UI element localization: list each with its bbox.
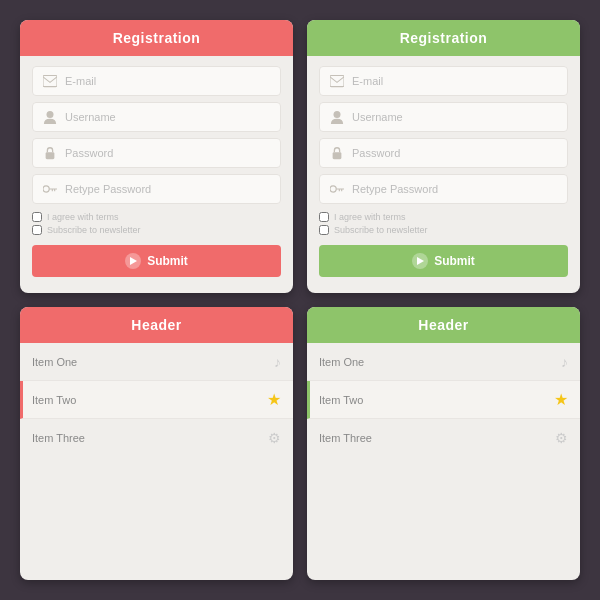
submit-button-green[interactable]: Submit (319, 245, 568, 277)
retype-password-field-green[interactable] (319, 174, 568, 204)
subscribe-checkbox-red[interactable] (32, 225, 42, 235)
submit-label-green: Submit (434, 254, 475, 268)
username-field-red[interactable] (32, 102, 281, 132)
password-field-red[interactable] (32, 138, 281, 168)
list-card-green: Header Item One ♪ Item Two ★ Item Three … (307, 307, 580, 580)
username-input-red[interactable] (65, 111, 272, 123)
svg-rect-7 (330, 75, 344, 86)
retype-input-green[interactable] (352, 183, 559, 195)
form-body-green: I agree with terms Subscribe to newslett… (307, 56, 580, 293)
submit-button-red[interactable]: Submit (32, 245, 281, 277)
main-grid: Registration (0, 0, 600, 600)
registration-card-red: Registration (20, 20, 293, 293)
music-icon-red: ♪ (274, 354, 281, 370)
play-icon-red (125, 253, 141, 269)
agree-checkbox-green[interactable] (319, 212, 329, 222)
registration-card-green: Registration (307, 20, 580, 293)
play-icon-green (412, 253, 428, 269)
email-icon (41, 72, 59, 90)
username-field-green[interactable] (319, 102, 568, 132)
list-header-green: Header (307, 307, 580, 343)
list-item-three-red[interactable]: Item Three ⚙ (20, 419, 293, 457)
email-icon-green (328, 72, 346, 90)
item-two-label-green: Item Two (319, 394, 363, 406)
username-input-green[interactable] (352, 111, 559, 123)
agree-checkbox-red[interactable] (32, 212, 42, 222)
user-icon-red (41, 108, 59, 126)
email-input-red[interactable] (65, 75, 272, 87)
password-field-green[interactable] (319, 138, 568, 168)
item-one-label-green: Item One (319, 356, 364, 368)
list-item-two-green[interactable]: Item Two ★ (307, 381, 580, 419)
retype-password-field-red[interactable] (32, 174, 281, 204)
subscribe-red[interactable]: Subscribe to newsletter (32, 225, 281, 235)
password-input-red[interactable] (65, 147, 272, 159)
item-three-label-green: Item Three (319, 432, 372, 444)
svg-point-1 (47, 111, 54, 118)
email-input-green[interactable] (352, 75, 559, 87)
subscribe-checkbox-green[interactable] (319, 225, 329, 235)
music-icon-green: ♪ (561, 354, 568, 370)
card-header-red: Registration (20, 20, 293, 56)
svg-point-8 (334, 111, 341, 118)
item-three-label-red: Item Three (32, 432, 85, 444)
checkboxes-red: I agree with terms Subscribe to newslett… (32, 210, 281, 237)
password-input-green[interactable] (352, 147, 559, 159)
svg-rect-2 (46, 152, 55, 159)
item-two-label-red: Item Two (32, 394, 76, 406)
list-body-red: Item One ♪ Item Two ★ Item Three ⚙ (20, 343, 293, 580)
retype-input-red[interactable] (65, 183, 272, 195)
svg-point-3 (43, 186, 49, 192)
list-item-two-red[interactable]: Item Two ★ (20, 381, 293, 419)
list-body-green: Item One ♪ Item Two ★ Item Three ⚙ (307, 343, 580, 580)
key-icon-green (328, 180, 346, 198)
card-header-green: Registration (307, 20, 580, 56)
list-item-one-green[interactable]: Item One ♪ (307, 343, 580, 381)
lock-icon-red (41, 144, 59, 162)
svg-rect-0 (43, 75, 57, 86)
key-icon-red (41, 180, 59, 198)
list-card-red: Header Item One ♪ Item Two ★ Item Three … (20, 307, 293, 580)
list-header-red: Header (20, 307, 293, 343)
user-icon-green (328, 108, 346, 126)
submit-label-red: Submit (147, 254, 188, 268)
checkboxes-green: I agree with terms Subscribe to newslett… (319, 210, 568, 237)
lock-icon-green (328, 144, 346, 162)
svg-rect-9 (333, 152, 342, 159)
star-icon-red: ★ (267, 390, 281, 409)
email-field-green[interactable] (319, 66, 568, 96)
agree-terms-green[interactable]: I agree with terms (319, 212, 568, 222)
item-one-label-red: Item One (32, 356, 77, 368)
gear-icon-red: ⚙ (268, 430, 281, 446)
gear-icon-green: ⚙ (555, 430, 568, 446)
list-item-one-red[interactable]: Item One ♪ (20, 343, 293, 381)
form-body-red: I agree with terms Subscribe to newslett… (20, 56, 293, 293)
svg-point-10 (330, 186, 336, 192)
subscribe-green[interactable]: Subscribe to newsletter (319, 225, 568, 235)
list-item-three-green[interactable]: Item Three ⚙ (307, 419, 580, 457)
email-field-red[interactable] (32, 66, 281, 96)
agree-terms-red[interactable]: I agree with terms (32, 212, 281, 222)
star-icon-green: ★ (554, 390, 568, 409)
